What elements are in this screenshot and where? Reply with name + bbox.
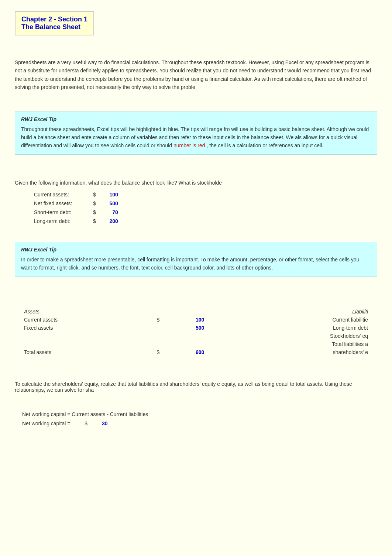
input-table-row: Current assets: $ 100 (30, 190, 123, 199)
excel-tip-1: RWJ Excel Tip Throughout these spreadshe… (15, 111, 377, 155)
bs-liab-label: Current liabilitie (252, 316, 371, 324)
bs-asset-dollar: $ (140, 348, 163, 356)
tip1-title: RWJ Excel Tip (21, 116, 371, 122)
bs-asset-label: Current assets (21, 316, 140, 324)
title-box: Chapter 2 - Section 1 The Balance Sheet (15, 11, 94, 35)
tip2-body: In order to make a spreadsheet more pres… (21, 255, 371, 272)
bs-asset-dollar (140, 332, 163, 340)
page: Chapter 2 - Section 1 The Balance Sheet … (0, 0, 392, 556)
input-row-value: 200 (100, 217, 123, 226)
excel-tip-2: RWJ Excel Tip In order to make a spreads… (15, 242, 377, 277)
bs-liabilities-header: Liabiliti (252, 308, 371, 316)
calc-row2-label: Net working capital = (22, 421, 70, 426)
calc-row1: Net working capital = Current assets - C… (22, 410, 377, 419)
input-table-row: Short-term debt: $ 70 (30, 208, 123, 217)
bs-asset-value: 500 (162, 324, 207, 332)
calc-dollar: $ (85, 421, 87, 426)
input-table-row: Net fixed assets: $ 500 (30, 199, 123, 208)
input-row-value: 70 (100, 208, 123, 217)
input-row-dollar: $ (89, 217, 100, 226)
bs-asset-label (21, 340, 140, 348)
input-row-dollar: $ (89, 190, 100, 199)
calc-value: 30 (102, 421, 108, 426)
input-table-row: Long-term debt: $ 200 (30, 217, 123, 226)
bs-liab-label: Total liabilities a (252, 340, 371, 348)
bs-asset-value (162, 340, 207, 348)
intro-paragraph: Spreadsheets are a very useful way to do… (15, 58, 377, 92)
bs-table-row: Fixed assets 500 Long-term debt (21, 324, 371, 332)
bs-asset-dollar (140, 324, 163, 332)
chapter-title-line2: The Balance Sheet (21, 23, 87, 31)
input-row-label: Current assets: (30, 190, 89, 199)
bs-asset-dollar (140, 340, 163, 348)
bs-table-row: Total liabilities a (21, 340, 371, 348)
bs-table-row: Stockholders' eq (21, 332, 371, 340)
tip2-title: RWJ Excel Tip (21, 247, 371, 253)
input-data-table: Current assets: $ 100 Net fixed assets: … (30, 190, 123, 226)
input-row-value: 500 (100, 199, 123, 208)
input-row-label: Short-term debt: (30, 208, 89, 217)
bs-liab-label: Long-term debt (252, 324, 371, 332)
chapter-title-line1: Chapter 2 - Section 1 (21, 16, 87, 23)
calc-row2: Net working capital = $ 30 (22, 419, 377, 428)
tip1-red-text: number is red (173, 143, 205, 148)
bs-asset-value (162, 332, 207, 340)
bs-asset-value: 600 (162, 348, 207, 356)
bs-table-row: Current assets $ 100 Current liabilitie (21, 316, 371, 324)
input-row-label: Net fixed assets: (30, 199, 89, 208)
bs-liab-label: Stockholders' eq (252, 332, 371, 340)
bs-asset-label (21, 332, 140, 340)
input-row-label: Long-term debt: (30, 217, 89, 226)
input-row-dollar: $ (89, 199, 100, 208)
question-text: Given the following information, what do… (15, 180, 377, 186)
calc-section: Net working capital = Current assets - C… (15, 410, 377, 428)
bs-liab-label: shareholders' e (252, 348, 371, 356)
bs-asset-value: 100 (162, 316, 207, 324)
tip1-text-after: , the cell is a calculation or reference… (206, 143, 323, 148)
tip1-body: Throughout these spreadsheets, Excel tip… (21, 125, 371, 150)
input-row-dollar: $ (89, 208, 100, 217)
conclusion-text: To calculate the shareholders' equity, r… (15, 381, 377, 393)
bs-asset-label: Total assets (21, 348, 140, 356)
input-row-value: 100 (100, 190, 123, 199)
balance-sheet-table: Assets Liabiliti Current assets $ 100 Cu… (21, 308, 371, 356)
bs-assets-header: Assets (21, 308, 140, 316)
balance-sheet: Assets Liabiliti Current assets $ 100 Cu… (15, 303, 377, 361)
bs-table-row: Total assets $ 600 shareholders' e (21, 348, 371, 356)
bs-asset-dollar: $ (140, 316, 163, 324)
bs-asset-label: Fixed assets (21, 324, 140, 332)
